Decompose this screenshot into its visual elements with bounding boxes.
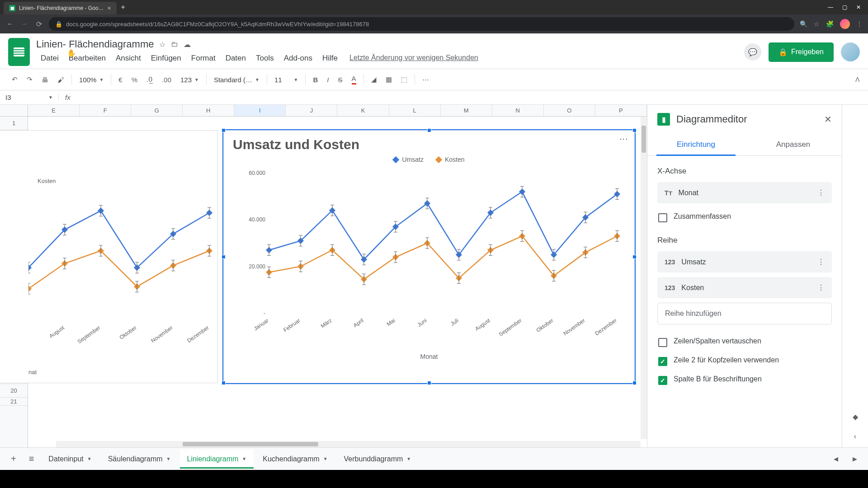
extensions-icon[interactable]: 🧩 — [826, 20, 834, 28]
field-menu-icon[interactable]: ⋮ — [817, 188, 825, 197]
merge-button[interactable]: ⬚ — [397, 73, 411, 86]
menu-tools[interactable]: Tools — [251, 51, 278, 66]
explore-icon[interactable]: ◆ — [850, 411, 861, 422]
url-input[interactable]: 🔒 docs.google.com/spreadsheets/d/16sZAG8… — [49, 17, 794, 31]
chart-object-selected[interactable]: ⋮ Umsatz und Kosten Umsatz Kosten 60.000… — [223, 130, 635, 383]
comments-button[interactable]: 💬 — [744, 43, 761, 61]
increase-decimal-button[interactable]: .00 — [158, 73, 175, 86]
strikethrough-button[interactable]: S — [335, 73, 346, 86]
scroll-tabs-right-icon[interactable]: ▶ — [847, 452, 863, 466]
paint-format-button[interactable]: 🖌 — [54, 73, 68, 86]
scroll-tabs-left-icon[interactable]: ◀ — [828, 452, 844, 466]
decrease-decimal-button[interactable]: .0̲ — [143, 73, 156, 86]
currency-button[interactable]: € — [115, 73, 126, 86]
print-button[interactable]: 🖶 — [38, 73, 52, 86]
cloud-icon[interactable]: ☁ — [184, 40, 191, 49]
tab-customize[interactable]: Anpassen — [745, 134, 842, 155]
col-header[interactable]: M — [441, 105, 492, 116]
row-header[interactable]: 20 — [0, 384, 28, 398]
add-sheet-button[interactable]: + — [5, 450, 22, 468]
account-avatar[interactable] — [841, 42, 860, 61]
menu-bearbeiten[interactable]: Bearbeiten — [64, 51, 110, 66]
sheet-tab-verbunddiagramm[interactable]: Verbunddiagramm▼ — [337, 450, 419, 469]
col-header[interactable]: P — [595, 105, 647, 116]
new-tab-button[interactable]: + — [121, 3, 125, 11]
name-box[interactable]: I3▼ — [0, 94, 59, 101]
star-icon[interactable]: ☆ — [159, 40, 165, 49]
menu-format[interactable]: Format — [187, 51, 220, 66]
browser-tab[interactable]: ▦ Linien- Flächendiagramme - Goo… × — [4, 2, 117, 14]
number-format-select[interactable]: 123▼ — [177, 74, 203, 85]
aggregate-checkbox[interactable] — [658, 213, 667, 222]
tab-setup[interactable]: Einrichtung — [647, 134, 745, 155]
italic-button[interactable]: I — [323, 73, 332, 86]
font-select[interactable]: Standard (…▼ — [210, 74, 263, 85]
close-sidebar-button[interactable]: ✕ — [824, 114, 832, 125]
borders-button[interactable]: ▦ — [382, 73, 396, 86]
spreadsheet-grid[interactable]: E F G H I J K L M N O P 1 2 3 4 5 — [0, 105, 647, 447]
sheet-tab-liniendiagramm[interactable]: Liniendiagramm▼ — [180, 450, 254, 469]
field-menu-icon[interactable]: ⋮ — [817, 258, 825, 266]
last-edit-link[interactable]: Letzte Änderung vor wenigen Sekunden — [343, 51, 485, 66]
zoom-icon[interactable]: 🔍 — [800, 20, 807, 28]
menu-hilfe[interactable]: Hilfe — [318, 51, 342, 66]
col-header[interactable]: J — [286, 105, 337, 116]
xaxis-field[interactable]: Tᴛ Monat ⋮ — [657, 182, 832, 203]
col-header[interactable]: O — [544, 105, 595, 116]
col-header[interactable]: L — [389, 105, 441, 116]
percent-button[interactable]: % — [128, 73, 141, 86]
browser-menu-icon[interactable]: ⋮ — [856, 20, 863, 28]
col-header[interactable]: I — [234, 105, 286, 116]
collapse-toolbar-icon[interactable]: ᐱ — [855, 76, 860, 83]
move-icon[interactable]: 🗀 — [171, 40, 178, 48]
col-header[interactable]: G — [131, 105, 183, 116]
sheet-tab-kuchendiagramm[interactable]: Kuchendiagramm▼ — [255, 450, 335, 469]
back-button[interactable]: ← — [5, 20, 14, 28]
switch-rows-cols-checkbox[interactable] — [658, 338, 667, 347]
add-series-button[interactable]: Reihe hinzufügen — [657, 303, 832, 324]
window-close-icon[interactable]: ✕ — [856, 4, 861, 10]
menu-addons[interactable]: Add-ons — [279, 51, 317, 66]
forward-button[interactable]: → — [20, 20, 29, 28]
col-header[interactable]: N — [492, 105, 544, 116]
fill-color-button[interactable]: ◢ — [368, 73, 380, 86]
browser-profile-avatar[interactable] — [840, 19, 850, 29]
redo-button[interactable]: ↷ — [23, 73, 36, 86]
show-side-panel-icon[interactable]: ‹ — [850, 431, 861, 442]
row-header[interactable]: 21 — [0, 398, 28, 406]
close-tab-icon[interactable]: × — [107, 5, 111, 12]
chart-object-partial[interactable]: n Kosten JuliAugustSeptemberOktoberNovem… — [0, 130, 218, 383]
col-header[interactable]: H — [183, 105, 234, 116]
more-toolbar-button[interactable]: ⋯ — [419, 73, 433, 86]
horizontal-scrollbar[interactable] — [56, 441, 641, 447]
zoom-select[interactable]: 100%▼ — [75, 74, 107, 85]
menu-einfuegen[interactable]: Einfügen — [146, 51, 186, 66]
all-sheets-button[interactable]: ≡ — [24, 450, 40, 468]
window-maximize-icon[interactable]: ▢ — [842, 4, 847, 10]
series-field-kosten[interactable]: 123 Kosten ⋮ — [657, 277, 832, 298]
use-row-headers-checkbox[interactable]: ✓ — [658, 357, 667, 366]
menu-daten[interactable]: Daten — [221, 51, 250, 66]
chart-menu-icon[interactable]: ⋮ — [619, 135, 629, 143]
share-button[interactable]: 🔒 Freigeben — [769, 42, 834, 62]
select-all-corner[interactable] — [0, 105, 28, 116]
font-size-select[interactable]: 11▼ — [271, 74, 302, 85]
bold-button[interactable]: B — [309, 73, 321, 86]
field-menu-icon[interactable]: ⋮ — [817, 283, 825, 292]
use-col-labels-checkbox[interactable]: ✓ — [658, 376, 667, 385]
row-header[interactable]: 1 — [0, 117, 28, 130]
col-header[interactable]: F — [80, 105, 131, 116]
vertical-scrollbar[interactable] — [641, 117, 647, 439]
col-header[interactable]: E — [28, 105, 80, 116]
bookmark-icon[interactable]: ☆ — [814, 20, 820, 28]
text-color-button[interactable]: A — [348, 72, 360, 87]
document-title[interactable]: Linien- Flächendiagramme — [36, 38, 154, 50]
reload-button[interactable]: ⟳ — [34, 20, 43, 28]
sheet-tab-saeulendiagramm[interactable]: Säulendiagramm▼ — [101, 450, 178, 469]
series-field-umsatz[interactable]: 123 Umsatz ⋮ — [657, 251, 832, 272]
undo-button[interactable]: ↶ — [8, 73, 21, 86]
menu-datei[interactable]: Datei — [36, 51, 63, 66]
sheet-tab-dateninput[interactable]: Dateninput▼ — [41, 450, 99, 469]
sheets-logo-icon[interactable] — [8, 38, 30, 66]
menu-ansicht[interactable]: Ansicht — [111, 51, 146, 66]
